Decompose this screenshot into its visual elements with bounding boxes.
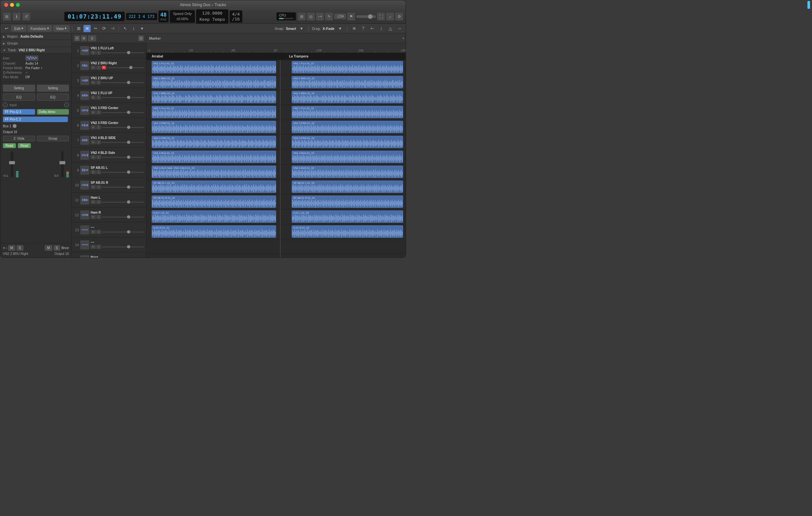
mute-btn[interactable]: M [91,155,96,159]
fader-handle[interactable] [127,111,130,114]
search-icon[interactable]: ⌕ [386,13,394,21]
volume-fader[interactable] [102,157,144,158]
track-icon[interactable] [80,181,89,190]
region-block[interactable]: SP AB.01 R.01_03 [152,195,276,208]
snap-chevron-icon[interactable]: ▾ [298,25,305,32]
solo-btn[interactable]: S [96,66,101,69]
volume-fader[interactable] [102,142,144,143]
scissors-icon[interactable]: ✂ [92,25,99,32]
height-icon[interactable]: ↕ [378,25,385,32]
volume-fader[interactable] [107,67,144,68]
mute-btn[interactable]: M [91,95,96,99]
solo-btn[interactable]: S [96,245,101,249]
more-tools-icon[interactable]: ▾ [138,25,146,32]
mute-btn[interactable]: M [91,215,96,219]
click-icon[interactable]: ◎ [307,13,315,21]
track-icon[interactable] [80,225,89,235]
group-label[interactable]: 2: Viola [3,136,35,141]
pointer-icon[interactable]: ↕ [130,25,137,32]
solo-button-2[interactable]: S [54,245,60,251]
read-button-2[interactable]: Read [18,143,31,148]
mute-btn[interactable]: M [91,245,96,249]
track-icon[interactable] [80,121,89,130]
plugin-ff-proc2[interactable]: FF Pro-C 2 [3,117,68,122]
track-icon[interactable] [25,56,38,61]
split-icon[interactable]: ⊣ [109,25,116,32]
track-icon[interactable] [80,76,89,85]
mute-btn[interactable]: M [91,140,96,144]
fader-handle[interactable] [127,215,130,218]
fader-handle[interactable] [127,245,130,248]
arrow-tool-icon[interactable]: ↖ [121,25,128,32]
eq-button-2[interactable]: EQ [37,93,69,101]
region-block[interactable]: VN2 2 BRU.01_01 [152,76,276,88]
fader-handle[interactable] [127,185,130,189]
track-icon[interactable] [80,136,89,145]
solo-btn[interactable]: S [96,51,101,55]
volume-slider[interactable] [356,15,376,18]
track-icon[interactable] [80,195,89,205]
rewind-icon[interactable]: ↺ [22,13,30,21]
region-block[interactable]: H.01 L.01_02 [292,210,403,223]
solo-btn[interactable]: S [96,215,101,219]
solo-btn[interactable]: S [96,125,101,129]
track-icon[interactable] [80,91,89,100]
fader-track-1[interactable] [11,151,13,177]
volume-fader[interactable] [102,172,144,173]
loop-icon[interactable]: ⟳ [100,25,108,32]
close-button[interactable] [4,3,8,7]
fader-handle[interactable] [127,230,130,234]
timecode-display[interactable]: 01:07:23:11.49 [64,12,125,21]
record-btn[interactable]: R [102,66,107,69]
track-view-icon[interactable]: ⊞ [81,35,87,41]
region-block[interactable]: VN2 1 FLU.01_02 [292,106,403,118]
volume-fader[interactable] [102,232,144,233]
undo-icon[interactable]: ↩ [3,25,10,32]
volume-fader[interactable] [102,246,144,247]
region-block[interactable]: H.01 R.01_01 [152,225,276,238]
region-arrow[interactable]: ▶ [3,35,5,38]
region-block[interactable]: VN2 3 FRD.01_01 [152,136,276,148]
region-block[interactable]: VN1 1 FLU.01_01 [152,61,276,73]
solo-btn[interactable]: S [96,200,101,204]
add-track-button[interactable]: + [75,36,80,41]
zoom-in-icon[interactable]: ≋ [350,25,357,32]
volume-handle[interactable] [368,14,373,19]
fader-handle[interactable] [127,200,130,204]
track-icon[interactable] [80,151,89,160]
monitor-icon[interactable]: ⊞ [3,13,11,21]
snap-value[interactable]: Smart [286,27,296,31]
minimize-button[interactable] [10,3,14,7]
functions-menu[interactable]: Functions ▾ [28,25,52,31]
track-icon[interactable] [80,106,89,115]
volume-fader[interactable] [102,112,144,113]
waveform-view-icon[interactable]: ≋ [84,25,91,32]
fader-handle[interactable] [127,156,130,159]
mute-btn[interactable]: M [91,111,96,114]
freeze-chevron[interactable]: ▾ [41,67,42,70]
region-block[interactable]: VN1 2 BRU.01_01 [152,91,276,103]
nudge-icon[interactable]: ⊞ [298,13,306,21]
track-options-icon[interactable]: ≡ [138,36,144,41]
mute-btn[interactable]: M [91,66,96,69]
region-block[interactable]: H.01 R.01_02 [292,225,403,238]
track-icon[interactable] [80,240,89,249]
pencil-icon[interactable]: ✎ [325,13,333,21]
info-icon[interactable]: ℹ [13,13,21,21]
grid-icon[interactable]: ⊞ [75,25,82,32]
solo-btn[interactable]: S [96,81,101,85]
fader-handle[interactable] [127,141,130,144]
s-button[interactable]: S [88,35,96,41]
marker-add-button[interactable]: + [402,36,404,40]
solo-button-1[interactable]: S [17,245,23,251]
region-block[interactable]: VN1 2 BRU.01_02 [292,91,403,103]
solo-btn[interactable]: S [96,95,101,99]
bars-display[interactable]: 222 3 4 173 [126,13,157,20]
zoom-button[interactable] [16,3,20,7]
mute-btn[interactable]: M [91,81,96,85]
bounce-btn[interactable]: Bnce [61,246,69,250]
expand-icon[interactable]: ↔ [396,25,403,32]
volume-fader[interactable] [102,97,144,98]
plugin-dolby-atmo[interactable]: Dolby Atmo [37,109,69,115]
view-menu[interactable]: View ▾ [53,25,70,31]
